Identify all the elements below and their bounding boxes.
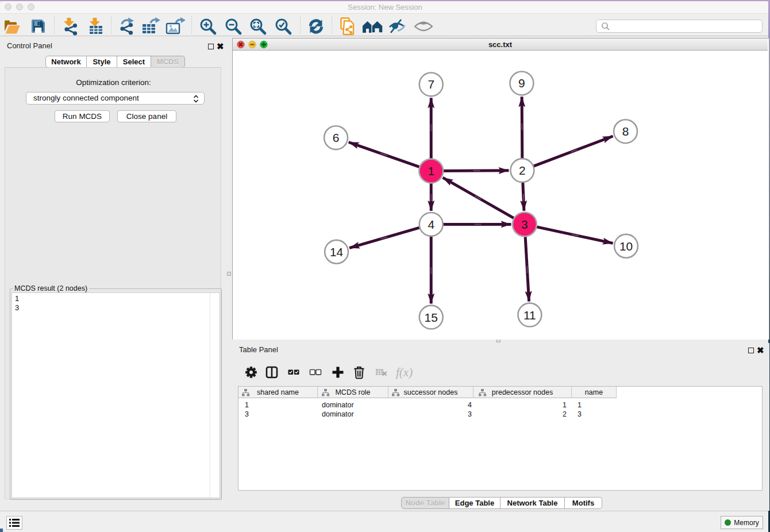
svg-text:3: 3	[521, 218, 528, 231]
svg-text:1: 1	[428, 164, 434, 178]
svg-text:15: 15	[425, 311, 438, 324]
svg-text:9: 9	[518, 76, 525, 90]
svg-text:2: 2	[519, 164, 526, 177]
svg-text:4: 4	[428, 218, 434, 231]
svg-text:10: 10	[619, 240, 633, 253]
svg-text:11: 11	[523, 309, 536, 322]
svg-text:f(x): f(x)	[396, 365, 413, 379]
svg-text:14: 14	[330, 245, 344, 259]
svg-text:6: 6	[333, 131, 340, 144]
svg-text:7: 7	[428, 78, 434, 91]
svg-text:8: 8	[622, 125, 629, 138]
